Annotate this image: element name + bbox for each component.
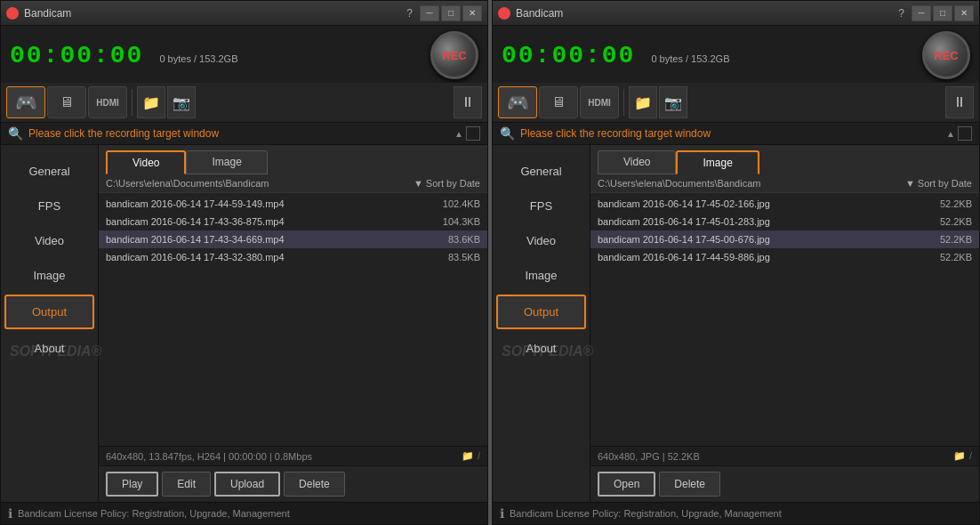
game-icon-left: 🎮 [15,92,37,113]
file-row-2-right[interactable]: bandicam 2016-06-14 17-45-00-676.jpg 52.… [590,230,979,248]
tab-image-right[interactable]: Image [676,150,759,174]
minimize-button-right[interactable]: ─ [912,5,931,21]
right-window: Bandicam ? ─ □ ✕ 00:00:00 0 bytes / 153.… [492,0,980,525]
file-row-0-left[interactable]: bandicam 2016-06-14 17-44-59-149.mp4 102… [99,195,487,213]
sidebar-item-fps-left[interactable]: FPS [1,189,98,223]
tab-video-left[interactable]: Video [106,150,186,174]
file-row-2-left[interactable]: bandicam 2016-06-14 17-43-34-669.mp4 83.… [99,230,487,248]
file-name-2-left: bandicam 2016-06-14 17-43-34-669.mp4 [106,234,285,245]
game-tab-right[interactable]: 🎮 [498,86,537,118]
timer-area-left: 00:00:00 0 bytes / 153.2GB REC [1,26,487,83]
sidebar-item-general-right[interactable]: General [493,154,590,189]
upload-button-left[interactable]: Upload [214,472,280,497]
title-bar-right: Bandicam ? ─ □ ✕ [493,1,979,26]
hdmi-icon-left: HDMI [96,98,119,108]
left-window: Bandicam ? ─ □ ✕ 00:00:00 0 bytes / 153.… [0,0,488,525]
sort-control-right[interactable]: ▼ Sort by Date [905,178,972,189]
search-arrow-up-right[interactable]: ▲ [946,129,955,139]
camera-btn-left[interactable]: 📷 [167,86,196,118]
hdmi-tab-right[interactable]: HDMI [580,86,619,118]
rec-button-left[interactable]: REC [430,31,478,79]
tab-video-right[interactable]: Video [598,150,676,174]
file-size-1-left: 104.3KB [443,216,480,227]
file-info-text-left: 640x480, 13.847fps, H264 | 00:00:00 | 0.… [106,451,312,462]
file-row-1-right[interactable]: bandicam 2016-06-14 17-45-01-283.jpg 52.… [590,213,979,230]
sidebar-item-image-right[interactable]: Image [493,258,590,293]
sidebar-item-output-right[interactable]: Output [496,295,586,329]
sidebar-item-fps-right[interactable]: FPS [493,189,590,223]
app-icon-right [498,7,510,20]
folder-icon-left[interactable]: 📁 [462,450,474,462]
sidebar-item-about-right[interactable]: About [493,331,590,366]
sidebar-item-general-left[interactable]: General [1,154,98,189]
main-content-left: General FPS Video Image Output About SOF… [1,145,487,502]
file-row-1-left[interactable]: bandicam 2016-06-14 17-43-36-875.mp4 104… [99,213,487,230]
file-size-2-left: 83.6KB [448,234,480,245]
sort-control-left[interactable]: ▼ Sort by Date [414,178,480,189]
file-list-right[interactable]: bandicam 2016-06-14 17-45-02-166.jpg 52.… [590,193,979,446]
monitor-icon-left: 🖥 [60,94,74,110]
rec-label-left: REC [442,49,466,62]
maximize-button-right[interactable]: □ [933,5,952,21]
help-button-right[interactable]: ? [898,7,904,20]
status-bar-left: ℹ Bandicam License Policy: Registration,… [1,502,487,524]
file-row-0-right[interactable]: bandicam 2016-06-14 17-45-02-166.jpg 52.… [590,195,979,213]
folder-icon-right[interactable]: 📁 [953,450,966,462]
search-square-left[interactable] [466,126,480,141]
minimize-button-left[interactable]: ─ [420,5,439,21]
close-button-left[interactable]: ✕ [462,5,482,21]
monitor-icon-right: 🖥 [551,94,566,110]
close-button-right[interactable]: ✕ [954,5,974,21]
file-name-1-right: bandicam 2016-06-14 17-45-01-283.jpg [598,216,770,227]
search-arrow-up-left[interactable]: ▲ [454,129,463,139]
sidebar-item-video-left[interactable]: Video [1,223,98,258]
bottom-controls-right: Open Delete [590,465,979,502]
file-row-3-right[interactable]: bandicam 2016-06-14 17-44-59-886.jpg 52.… [590,248,979,266]
sidebar-item-output-left[interactable]: Output [4,295,94,329]
file-row-3-left[interactable]: bandicam 2016-06-14 17-43-32-380.mp4 83.… [99,248,487,266]
folder-btn-left[interactable]: 📁 [137,86,165,118]
search-square-right[interactable] [958,126,972,141]
toolbar-sep-1-left [132,89,133,116]
monitor-tab-right[interactable]: 🖥 [539,86,578,118]
rec-button-right[interactable]: REC [922,31,970,79]
camera-btn-right[interactable]: 📷 [659,86,687,118]
monitor-tab-left[interactable]: 🖥 [47,86,86,118]
toolbar-sep-1-right [623,89,624,116]
slash-icon-right: / [969,450,972,462]
search-bar-right: 🔍 Please click the recording target wind… [493,123,979,145]
file-size-0-left: 102.4KB [443,198,480,209]
status-text-right: Bandicam License Policy: Registration, U… [510,508,782,519]
play-button-left[interactable]: Play [106,472,158,497]
file-name-1-left: bandicam 2016-06-14 17-43-36-875.mp4 [106,216,285,227]
game-tab-left[interactable]: 🎮 [6,86,45,118]
bottom-controls-left: Play Edit Upload Delete [99,465,487,502]
delete-button-left[interactable]: Delete [284,472,345,497]
delete-button-right[interactable]: Delete [659,472,720,497]
title-bar-left: Bandicam ? ─ □ ✕ [1,1,487,26]
file-path-right: C:\Users\elena\Documents\Bandicam [598,178,760,189]
file-path-left: C:\Users\elena\Documents\Bandicam [106,178,269,189]
file-tabs-right: Video Image [590,145,979,174]
file-size-3-left: 83.5KB [448,252,480,262]
game-icon-right: 🎮 [507,92,529,113]
file-list-left[interactable]: bandicam 2016-06-14 17-44-59-149.mp4 102… [99,193,487,446]
open-button-right[interactable]: Open [598,472,655,497]
sidebar-item-about-left[interactable]: About [1,331,98,366]
pause-btn-right[interactable]: ⏸ [945,86,974,118]
pause-btn-left[interactable]: ⏸ [454,86,482,118]
file-area-left: Video Image C:\Users\elena\Documents\Ban… [99,145,487,502]
file-path-bar-right: C:\Users\elena\Documents\Bandicam ▼ Sort… [590,174,979,193]
folder-btn-right[interactable]: 📁 [629,86,657,118]
timer-display-left: 00:00:00 [10,42,143,69]
tab-image-left[interactable]: Image [186,150,267,174]
help-button-left[interactable]: ? [406,7,413,20]
hdmi-tab-left[interactable]: HDMI [88,86,127,118]
maximize-button-left[interactable]: □ [441,5,461,21]
search-text-left: Please click the recording target window [28,127,219,140]
file-size-1-right: 52.2KB [940,216,972,227]
sidebar-left: General FPS Video Image Output About SOF… [1,145,99,502]
sidebar-item-video-right[interactable]: Video [493,223,590,258]
sidebar-item-image-left[interactable]: Image [1,258,98,293]
edit-button-left[interactable]: Edit [162,472,211,497]
